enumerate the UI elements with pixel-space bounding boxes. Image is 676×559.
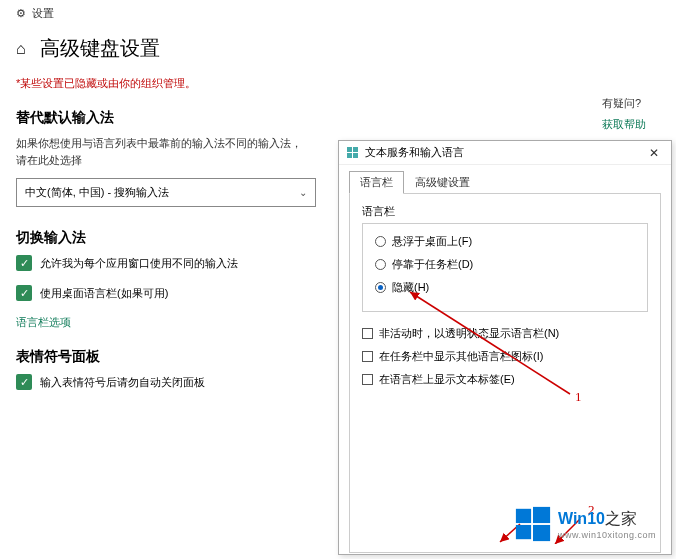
checkbox-icon — [362, 328, 373, 339]
tab-advanced-keys[interactable]: 高级键设置 — [404, 171, 481, 194]
gear-icon: ⚙ — [16, 7, 26, 20]
settings-breadcrumb: ⚙ 设置 — [0, 0, 676, 27]
group-label: 语言栏 — [362, 204, 648, 219]
settings-label: 设置 — [32, 6, 54, 21]
check-icon: ✓ — [16, 285, 32, 301]
svg-rect-9 — [516, 525, 531, 539]
radio-hide[interactable]: 隐藏(H) — [375, 280, 635, 295]
svg-rect-8 — [533, 507, 550, 523]
check-taskbar-icons[interactable]: 在任务栏中显示其他语言栏图标(I) — [362, 349, 648, 364]
close-icon[interactable]: ✕ — [645, 146, 663, 160]
radio-icon — [375, 259, 386, 270]
svg-rect-1 — [353, 147, 358, 152]
radio-icon — [375, 236, 386, 247]
check-transparent[interactable]: 非活动时，以透明状态显示语言栏(N) — [362, 326, 648, 341]
radio-float-label: 悬浮于桌面上(F) — [392, 234, 472, 249]
check-icon: ✓ — [16, 255, 32, 271]
langbar-dialog: 文本服务和输入语言 ✕ 语言栏 高级键设置 语言栏 悬浮于桌面上(F) 停靠于任… — [338, 140, 672, 555]
dialog-title: 文本服务和输入语言 — [365, 145, 464, 160]
check-text-labels[interactable]: 在语言栏上显示文本标签(E) — [362, 372, 648, 387]
home-icon[interactable]: ⌂ — [16, 40, 26, 58]
window-icon — [347, 147, 359, 159]
checkbox-icon — [362, 374, 373, 385]
get-help-link[interactable]: 获取帮助 — [602, 117, 646, 132]
dialog-titlebar: 文本服务和输入语言 ✕ — [339, 141, 671, 165]
page-title: 高级键盘设置 — [40, 35, 160, 62]
watermark-brand: Win10之家 — [558, 509, 656, 530]
dialog-tab-content: 语言栏 悬浮于桌面上(F) 停靠于任务栏(D) 隐藏(H) 非活动时，以透明状态… — [349, 193, 661, 553]
dialog-tabs: 语言栏 高级键设置 — [339, 165, 671, 194]
radio-dock-label: 停靠于任务栏(D) — [392, 257, 473, 272]
org-warning: *某些设置已隐藏或由你的组织管理。 — [0, 76, 676, 109]
chevron-down-icon: ⌄ — [299, 187, 307, 198]
check-icon: ✓ — [16, 374, 32, 390]
page-title-row: ⌂ 高级键盘设置 — [0, 27, 676, 76]
check-taskbar-icons-label: 在任务栏中显示其他语言栏图标(I) — [379, 349, 543, 364]
help-question: 有疑问? — [602, 96, 646, 111]
per-app-ime-label: 允许我为每个应用窗口使用不同的输入法 — [40, 256, 238, 271]
watermark-url: www.win10xitong.com — [558, 530, 656, 540]
svg-rect-0 — [347, 147, 352, 152]
svg-rect-10 — [533, 525, 550, 541]
annotation-1: 1 — [575, 389, 582, 405]
watermark: Win10之家 www.win10xitong.com — [514, 505, 656, 543]
desktop-langbar-label: 使用桌面语言栏(如果可用) — [40, 286, 168, 301]
svg-rect-3 — [353, 153, 358, 158]
checkbox-icon — [362, 351, 373, 362]
langbar-group: 悬浮于桌面上(F) 停靠于任务栏(D) 隐藏(H) — [362, 223, 648, 312]
windows-logo-icon — [514, 505, 552, 543]
check-transparent-label: 非活动时，以透明状态显示语言栏(N) — [379, 326, 559, 341]
section-override-title: 替代默认输入法 — [0, 109, 676, 135]
default-ime-value: 中文(简体, 中国) - 搜狗输入法 — [25, 185, 169, 200]
radio-float[interactable]: 悬浮于桌面上(F) — [375, 234, 635, 249]
default-ime-select[interactable]: 中文(简体, 中国) - 搜狗输入法 ⌄ — [16, 178, 316, 207]
radio-dock[interactable]: 停靠于任务栏(D) — [375, 257, 635, 272]
svg-rect-2 — [347, 153, 352, 158]
tab-language-bar[interactable]: 语言栏 — [349, 171, 404, 194]
check-text-labels-label: 在语言栏上显示文本标签(E) — [379, 372, 515, 387]
emoji-noclose-label: 输入表情符号后请勿自动关闭面板 — [40, 375, 205, 390]
help-column: 有疑问? 获取帮助 — [602, 96, 646, 132]
radio-icon — [375, 282, 386, 293]
section-override-hint: 如果你想使用与语言列表中最靠前的输入法不同的输入法，请在此处选择 — [0, 135, 320, 178]
radio-hide-label: 隐藏(H) — [392, 280, 429, 295]
svg-rect-7 — [516, 509, 531, 523]
